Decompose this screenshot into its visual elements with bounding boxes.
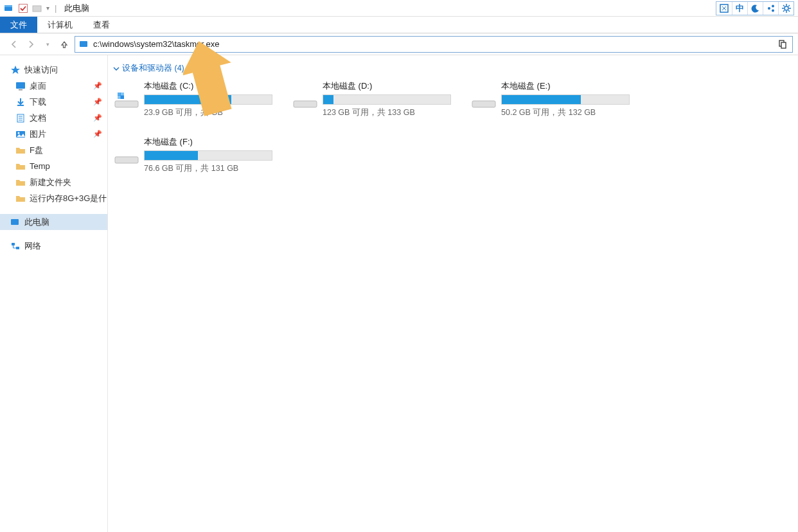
nav-row: ▾ c:\windows\system32\taskmgr.exe [0, 33, 798, 55]
up-button[interactable] [58, 38, 71, 51]
pc-icon [10, 217, 21, 227]
drive-name: 本地磁盘 (D:) [323, 80, 452, 92]
svg-rect-36 [118, 96, 121, 99]
folder-icon [15, 193, 26, 204]
pin-icon: 📌 [93, 98, 102, 106]
svg-rect-1 [4, 5, 12, 7]
forward-button[interactable] [24, 38, 37, 51]
back-button[interactable] [8, 38, 21, 51]
address-text[interactable]: c:\windows\system32\taskmgr.exe [93, 39, 773, 49]
sidebar-item-label: 图片 [30, 129, 46, 140]
sidebar-item-folder[interactable]: 新建文件夹 [0, 174, 107, 190]
pin-icon: 📌 [93, 114, 102, 122]
folder-icon [15, 177, 26, 188]
app-icon [4, 3, 14, 13]
address-pc-icon [79, 39, 89, 49]
main-area: 快速访问 桌面 📌 下载 📌 文档 📌 图片 📌 F盘 Temp [0, 55, 798, 532]
svg-rect-20 [16, 82, 25, 89]
titlebar-tools: 中 [716, 1, 794, 15]
drive-item[interactable]: 本地磁盘 (D:) 123 GB 可用，共 133 GB [292, 80, 452, 118]
drive-item[interactable]: 本地磁盘 (F:) 76.6 GB 可用，共 131 GB [113, 136, 274, 174]
separator: | [55, 3, 57, 13]
network-icon [10, 241, 21, 251]
svg-rect-39 [115, 157, 138, 163]
tool-expand-icon[interactable] [716, 2, 732, 15]
sidebar-item-folder[interactable]: 运行内存8G+3G是什 [0, 190, 107, 206]
drive-body: 本地磁盘 (F:) 76.6 GB 可用，共 131 GB [144, 136, 274, 174]
svg-line-15 [788, 5, 790, 6]
drive-body: 本地磁盘 (C:) 23.9 GB 可用，共 GB [144, 80, 274, 118]
svg-rect-30 [12, 243, 15, 245]
sidebar-item-label: F盘 [30, 145, 43, 156]
drive-icon [292, 83, 319, 110]
sidebar-item-label: Temp [30, 161, 50, 171]
svg-rect-31 [16, 247, 19, 249]
drive-usage-bar [501, 94, 630, 105]
svg-rect-2 [19, 4, 28, 12]
sidebar-this-pc[interactable]: 此电脑 [0, 214, 107, 230]
svg-point-28 [18, 132, 20, 134]
sidebar-item-documents[interactable]: 文档 📌 [0, 110, 107, 126]
sidebar-quick-access[interactable]: 快速访问 [0, 62, 107, 78]
picture-icon [15, 129, 26, 139]
svg-rect-35 [121, 93, 124, 96]
folder-icon [15, 161, 26, 172]
drive-usage-bar [144, 94, 272, 105]
svg-rect-38 [472, 101, 495, 107]
content-area: 设备和驱动器 (4) 本地磁盘 (C:) 23.9 GB 可用，共 GB [108, 55, 798, 532]
desktop-icon [15, 81, 26, 91]
sidebar-item-desktop[interactable]: 桌面 📌 [0, 78, 107, 94]
svg-point-7 [772, 10, 774, 12]
tool-nightmode-icon[interactable] [747, 2, 763, 15]
drive-item[interactable]: 本地磁盘 (C:) 23.9 GB 可用，共 GB [113, 80, 274, 118]
sidebar-item-label: 快速访问 [24, 64, 58, 76]
star-icon [10, 65, 21, 75]
sidebar-item-label: 网络 [24, 240, 41, 252]
tool-share-icon[interactable] [763, 2, 778, 15]
drive-name: 本地磁盘 (C:) [144, 80, 274, 92]
document-icon [15, 113, 26, 123]
checkbox-icon[interactable] [18, 3, 28, 13]
group-header-label: 设备和驱动器 (4) [122, 63, 184, 74]
sidebar: 快速访问 桌面 📌 下载 📌 文档 📌 图片 📌 F盘 Temp [0, 55, 108, 532]
window-title: 此电脑 [64, 3, 89, 14]
sidebar-item-pictures[interactable]: 图片 📌 [0, 126, 107, 142]
pin-icon: 📌 [93, 130, 102, 138]
svg-rect-21 [19, 89, 22, 91]
drive-icon [113, 139, 140, 166]
copy-path-icon[interactable] [777, 39, 788, 50]
drive-usage-fill [145, 95, 231, 104]
drive-usage-fill [323, 95, 333, 104]
folder-icon [15, 145, 26, 155]
sidebar-item-folder[interactable]: Temp [0, 158, 107, 174]
svg-rect-29 [11, 219, 19, 225]
sidebar-item-label: 新建文件夹 [30, 177, 71, 188]
tool-settings-icon[interactable] [778, 2, 794, 15]
svg-line-16 [783, 10, 785, 12]
qat-dropdown[interactable]: ▾ [46, 4, 49, 12]
history-dropdown[interactable]: ▾ [41, 38, 54, 51]
group-header[interactable]: 设备和驱动器 (4) [113, 63, 793, 74]
svg-point-8 [785, 6, 788, 10]
drive-usage-fill [502, 95, 581, 104]
tool-lang-button[interactable]: 中 [732, 2, 747, 15]
sidebar-item-label: 运行内存8G+3G是什 [30, 193, 107, 204]
menu-file-tab[interactable]: 文件 [0, 17, 37, 33]
menu-computer-tab[interactable]: 计算机 [37, 17, 83, 33]
sidebar-item-label: 下载 [30, 96, 46, 108]
drive-item[interactable]: 本地磁盘 (E:) 50.2 GB 可用，共 132 GB [470, 80, 631, 118]
sidebar-item-folder[interactable]: F盘 [0, 142, 107, 158]
menu-view-tab[interactable]: 查看 [83, 17, 120, 33]
drive-name: 本地磁盘 (E:) [501, 80, 631, 92]
pin-icon: 📌 [93, 82, 102, 90]
address-bar[interactable]: c:\windows\system32\taskmgr.exe [75, 36, 793, 53]
svg-line-14 [788, 10, 790, 12]
drive-body: 本地磁盘 (D:) 123 GB 可用，共 133 GB [323, 80, 452, 118]
chevron-down-icon [113, 66, 120, 72]
drives-list: 本地磁盘 (C:) 23.9 GB 可用，共 GB 本地磁盘 (D:) 123 … [113, 80, 793, 174]
drive-icon [470, 83, 497, 110]
drive-usage-bar [323, 94, 451, 105]
svg-rect-32 [115, 101, 138, 107]
sidebar-item-downloads[interactable]: 下载 📌 [0, 94, 107, 110]
sidebar-network[interactable]: 网络 [0, 238, 107, 254]
